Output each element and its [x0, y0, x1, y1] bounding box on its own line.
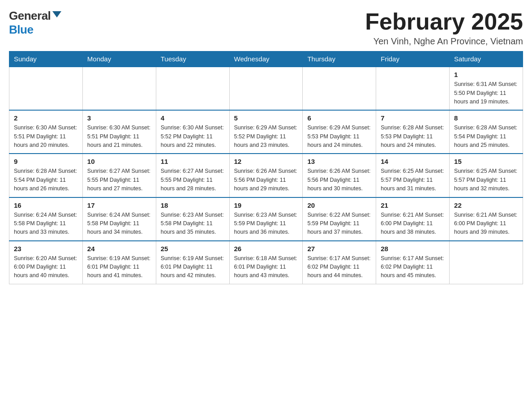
day-number: 8 — [454, 114, 518, 122]
week-row-2: 2Sunrise: 6:30 AM Sunset: 5:51 PM Daylig… — [9, 110, 523, 154]
day-number: 19 — [234, 201, 298, 209]
day-number: 23 — [14, 245, 78, 253]
calendar-cell: 22Sunrise: 6:21 AM Sunset: 6:00 PM Dayli… — [450, 197, 523, 241]
calendar-cell: 9Sunrise: 6:28 AM Sunset: 5:54 PM Daylig… — [9, 154, 83, 197]
day-info: Sunrise: 6:17 AM Sunset: 6:02 PM Dayligh… — [307, 254, 371, 280]
week-row-4: 16Sunrise: 6:24 AM Sunset: 5:58 PM Dayli… — [9, 197, 523, 241]
calendar-subtitle: Yen Vinh, Nghe An Province, Vietnam — [365, 36, 523, 47]
weekday-header-thursday: Thursday — [303, 51, 376, 67]
day-number: 4 — [161, 114, 225, 122]
day-number: 12 — [234, 158, 298, 165]
day-number: 13 — [307, 158, 371, 165]
day-number: 9 — [14, 158, 78, 165]
day-number: 3 — [87, 114, 151, 122]
weekday-header-wednesday: Wednesday — [229, 51, 303, 67]
calendar-title: February 2025 — [365, 9, 523, 34]
day-info: Sunrise: 6:28 AM Sunset: 5:54 PM Dayligh… — [14, 167, 78, 193]
day-number: 28 — [381, 245, 445, 253]
calendar-cell: 28Sunrise: 6:17 AM Sunset: 6:02 PM Dayli… — [376, 241, 450, 284]
calendar-cell — [450, 241, 523, 284]
calendar-cell: 27Sunrise: 6:17 AM Sunset: 6:02 PM Dayli… — [303, 241, 376, 284]
day-number: 11 — [161, 158, 225, 165]
day-info: Sunrise: 6:31 AM Sunset: 5:50 PM Dayligh… — [454, 80, 518, 106]
calendar-cell: 10Sunrise: 6:27 AM Sunset: 5:55 PM Dayli… — [82, 154, 156, 197]
day-info: Sunrise: 6:22 AM Sunset: 5:59 PM Dayligh… — [307, 211, 371, 237]
day-info: Sunrise: 6:24 AM Sunset: 5:58 PM Dayligh… — [14, 211, 78, 237]
day-info: Sunrise: 6:29 AM Sunset: 5:53 PM Dayligh… — [307, 124, 371, 150]
calendar-cell: 2Sunrise: 6:30 AM Sunset: 5:51 PM Daylig… — [9, 110, 83, 154]
calendar-cell: 20Sunrise: 6:22 AM Sunset: 5:59 PM Dayli… — [303, 197, 376, 241]
day-info: Sunrise: 6:27 AM Sunset: 5:55 PM Dayligh… — [87, 167, 151, 193]
day-number: 1 — [454, 71, 518, 78]
calendar-cell — [82, 67, 156, 110]
weekday-header-row: SundayMondayTuesdayWednesdayThursdayFrid… — [9, 51, 523, 67]
calendar-cell: 12Sunrise: 6:26 AM Sunset: 5:56 PM Dayli… — [229, 154, 303, 197]
calendar-cell — [303, 67, 376, 110]
day-info: Sunrise: 6:27 AM Sunset: 5:55 PM Dayligh… — [161, 167, 225, 193]
day-info: Sunrise: 6:30 AM Sunset: 5:52 PM Dayligh… — [161, 124, 225, 150]
calendar-cell — [376, 67, 450, 110]
day-info: Sunrise: 6:28 AM Sunset: 5:54 PM Dayligh… — [454, 124, 518, 150]
day-info: Sunrise: 6:29 AM Sunset: 5:52 PM Dayligh… — [234, 124, 298, 150]
calendar-cell: 17Sunrise: 6:24 AM Sunset: 5:58 PM Dayli… — [82, 197, 156, 241]
weekday-header-tuesday: Tuesday — [156, 51, 229, 67]
day-info: Sunrise: 6:23 AM Sunset: 5:59 PM Dayligh… — [234, 211, 298, 237]
day-number: 24 — [87, 245, 151, 253]
day-number: 18 — [161, 201, 225, 209]
weekday-header-friday: Friday — [376, 51, 450, 67]
calendar-table: SundayMondayTuesdayWednesdayThursdayFrid… — [9, 51, 523, 284]
calendar-cell: 6Sunrise: 6:29 AM Sunset: 5:53 PM Daylig… — [303, 110, 376, 154]
day-number: 20 — [307, 201, 371, 209]
day-info: Sunrise: 6:26 AM Sunset: 5:56 PM Dayligh… — [307, 167, 371, 193]
day-number: 5 — [234, 114, 298, 122]
logo-general: General — [9, 9, 51, 23]
logo-triangle-icon — [52, 11, 61, 17]
day-info: Sunrise: 6:19 AM Sunset: 6:01 PM Dayligh… — [87, 254, 151, 280]
day-number: 15 — [454, 158, 518, 165]
day-info: Sunrise: 6:26 AM Sunset: 5:56 PM Dayligh… — [234, 167, 298, 193]
calendar-cell: 25Sunrise: 6:19 AM Sunset: 6:01 PM Dayli… — [156, 241, 229, 284]
day-info: Sunrise: 6:19 AM Sunset: 6:01 PM Dayligh… — [161, 254, 225, 280]
calendar-cell — [229, 67, 303, 110]
day-number: 21 — [381, 201, 445, 209]
day-info: Sunrise: 6:30 AM Sunset: 5:51 PM Dayligh… — [87, 124, 151, 150]
day-info: Sunrise: 6:18 AM Sunset: 6:01 PM Dayligh… — [234, 254, 298, 280]
day-number: 25 — [161, 245, 225, 253]
calendar-cell: 15Sunrise: 6:25 AM Sunset: 5:57 PM Dayli… — [450, 154, 523, 197]
day-number: 27 — [307, 245, 371, 253]
calendar-cell: 19Sunrise: 6:23 AM Sunset: 5:59 PM Dayli… — [229, 197, 303, 241]
weekday-header-saturday: Saturday — [450, 51, 523, 67]
day-info: Sunrise: 6:17 AM Sunset: 6:02 PM Dayligh… — [381, 254, 445, 280]
day-number: 17 — [87, 201, 151, 209]
logo-blue: Blue — [9, 23, 33, 37]
day-info: Sunrise: 6:25 AM Sunset: 5:57 PM Dayligh… — [454, 167, 518, 193]
day-info: Sunrise: 6:24 AM Sunset: 5:58 PM Dayligh… — [87, 211, 151, 237]
day-info: Sunrise: 6:25 AM Sunset: 5:57 PM Dayligh… — [381, 167, 445, 193]
calendar-cell: 16Sunrise: 6:24 AM Sunset: 5:58 PM Dayli… — [9, 197, 83, 241]
day-number: 6 — [307, 114, 371, 122]
day-info: Sunrise: 6:23 AM Sunset: 5:58 PM Dayligh… — [161, 211, 225, 237]
calendar-cell: 7Sunrise: 6:28 AM Sunset: 5:53 PM Daylig… — [376, 110, 450, 154]
day-number: 7 — [381, 114, 445, 122]
calendar-cell: 3Sunrise: 6:30 AM Sunset: 5:51 PM Daylig… — [82, 110, 156, 154]
calendar-cell: 14Sunrise: 6:25 AM Sunset: 5:57 PM Dayli… — [376, 154, 450, 197]
calendar-cell: 23Sunrise: 6:20 AM Sunset: 6:00 PM Dayli… — [9, 241, 83, 284]
calendar-cell: 8Sunrise: 6:28 AM Sunset: 5:54 PM Daylig… — [450, 110, 523, 154]
day-info: Sunrise: 6:20 AM Sunset: 6:00 PM Dayligh… — [14, 254, 78, 280]
day-info: Sunrise: 6:21 AM Sunset: 6:00 PM Dayligh… — [381, 211, 445, 237]
week-row-1: 1Sunrise: 6:31 AM Sunset: 5:50 PM Daylig… — [9, 67, 523, 110]
day-number: 10 — [87, 158, 151, 165]
logo: General Blue — [9, 9, 61, 37]
day-number: 22 — [454, 201, 518, 209]
day-number: 2 — [14, 114, 78, 122]
calendar-cell: 11Sunrise: 6:27 AM Sunset: 5:55 PM Dayli… — [156, 154, 229, 197]
calendar-cell: 5Sunrise: 6:29 AM Sunset: 5:52 PM Daylig… — [229, 110, 303, 154]
title-section: February 2025 Yen Vinh, Nghe An Province… — [365, 9, 523, 47]
day-info: Sunrise: 6:30 AM Sunset: 5:51 PM Dayligh… — [14, 124, 78, 150]
day-number: 14 — [381, 158, 445, 165]
day-number: 26 — [234, 245, 298, 253]
week-row-3: 9Sunrise: 6:28 AM Sunset: 5:54 PM Daylig… — [9, 154, 523, 197]
calendar-cell: 21Sunrise: 6:21 AM Sunset: 6:00 PM Dayli… — [376, 197, 450, 241]
day-info: Sunrise: 6:28 AM Sunset: 5:53 PM Dayligh… — [381, 124, 445, 150]
page-header: General Blue February 2025 Yen Vinh, Ngh… — [9, 9, 523, 47]
